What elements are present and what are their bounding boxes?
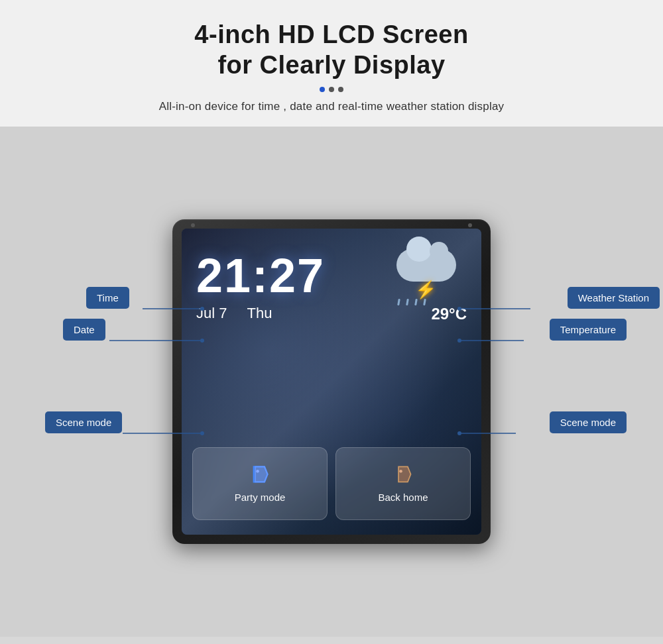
temperature-label: Temperature [550,319,627,341]
svg-point-13 [399,470,402,473]
screen-content: 21:27 ⚡ [182,229,481,535]
dot-3[interactable] [338,87,343,92]
back-home-label: Back home [378,492,428,503]
subtitle: All-in-on device for time , date and rea… [13,100,650,113]
lightning-icon: ⚡ [415,280,436,300]
cloud-icon [396,248,456,282]
party-mode-icon [251,465,269,485]
time-display: 21:27 [196,248,325,303]
day-display: Thu [247,305,272,322]
rain-drops [398,299,426,305]
header-section: 4-inch HD LCD Screen for Clearly Display… [0,0,663,127]
time-label: Time [86,287,129,309]
camera-right [468,223,472,227]
camera-left [191,223,195,227]
device-outer: 21:27 ⚡ [172,219,491,544]
back-home-button[interactable]: Back home [335,447,471,520]
temperature-display: 29°C [431,305,467,323]
scene-mode-left-label: Scene mode [45,411,122,433]
scene-buttons: Party mode Back home [192,447,471,520]
dot-1[interactable] [320,87,325,92]
device-wrapper: 21:27 ⚡ [172,219,491,544]
dot-2[interactable] [329,87,334,92]
back-home-icon [394,465,412,485]
screen-background: 21:27 ⚡ [182,229,481,535]
date-label: Date [63,319,105,341]
main-title: 4-inch HD LCD Screen for Clearly Display [13,20,650,80]
scene-mode-right-label: Scene mode [550,411,627,433]
diagram-section: 21:27 ⚡ [0,127,663,637]
weather-station-label: Weather Station [568,287,660,309]
weather-icon-area: ⚡ [390,242,469,301]
carousel-dots [13,87,650,92]
date-display: Jul 7 [196,305,227,322]
svg-point-12 [256,470,259,473]
date-row: Jul 7 Thu [196,305,272,322]
party-mode-button[interactable]: Party mode [192,447,328,520]
device-screen: 21:27 ⚡ [182,229,481,535]
party-mode-label: Party mode [235,492,286,503]
